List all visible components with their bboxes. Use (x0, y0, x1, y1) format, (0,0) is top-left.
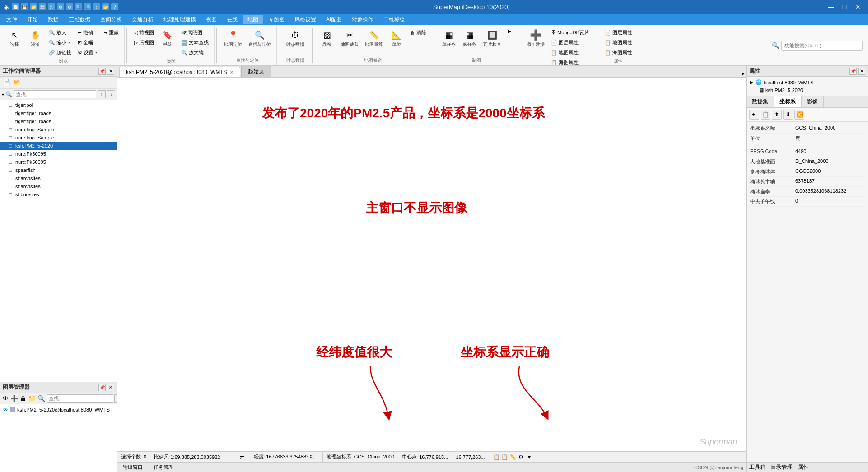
tab-scroll-button[interactable]: ▾ (742, 71, 744, 77)
layer-scroll-up[interactable]: ↑ (114, 394, 117, 403)
prop-tab-image[interactable]: 影像 (802, 96, 824, 107)
tb-zoomout-icon[interactable]: ⊖ (66, 3, 73, 10)
task-manager-tab[interactable]: 任务管理 (151, 463, 176, 472)
sort-desc-button[interactable]: ↓ (107, 90, 115, 98)
prop-copy-button[interactable]: 📋 (761, 110, 770, 120)
tree-item-sf-archsites-2[interactable]: □ sf:archsites (0, 182, 117, 190)
tab-close-active[interactable]: ✕ (230, 70, 233, 75)
prop-tab-crs[interactable]: 坐标系 (774, 96, 802, 107)
menu-view[interactable]: 视图 (201, 15, 221, 24)
map-attr-button[interactable]: 📋 地图属性 (602, 38, 635, 47)
layer-search-input[interactable] (47, 394, 113, 403)
catalog-tab[interactable]: 目录管理 (768, 463, 795, 472)
tab-map-ksh[interactable]: ksh:PM2_5-2020@localhost:8080_WMTS ✕ (119, 67, 240, 77)
layer-manager-pin-button[interactable]: 📌 (98, 384, 106, 391)
menu-data[interactable]: 数据 (43, 15, 63, 24)
redo-button[interactable]: ↪ 重做 (101, 28, 121, 37)
status-copy-icon[interactable]: 📋 (493, 453, 501, 461)
zoom-in-button[interactable]: 🔍 放大 (46, 28, 74, 37)
tab-start[interactable]: 起始页 (241, 66, 271, 77)
hyperlink-button[interactable]: 🔗 超链接 (46, 48, 74, 57)
menu-style[interactable]: 风格设置 (290, 15, 321, 24)
add-data-button[interactable]: ➕ 添加数据 (524, 27, 547, 50)
status-scale-input[interactable] (170, 454, 238, 460)
prop-tab-dataset[interactable]: 数据集 (747, 96, 774, 107)
menu-ai[interactable]: AI配图 (322, 15, 346, 24)
select-tool-button[interactable]: ↖ 选择 (5, 27, 24, 50)
sea-attr-button[interactable]: 📋 海图属性 (602, 48, 635, 57)
status-swap-icon[interactable]: ⇄ (238, 453, 246, 461)
menu-2d[interactable]: 二维标绘 (379, 15, 410, 24)
tree-item-nurc-img-1[interactable]: □ nurc:Img_Sample (0, 125, 117, 134)
prop-shuffle-button[interactable]: 🔀 (794, 110, 804, 120)
tile-check-button[interactable]: 🔲 瓦片检查 (481, 27, 504, 50)
layer-tb-icon1[interactable]: 👁 (2, 394, 9, 403)
menu-geoprocess[interactable]: 地理处理建模 (159, 15, 201, 24)
text-find-button[interactable]: 🔤 文本查找 (178, 38, 211, 47)
map-canvas[interactable]: 发布了2020年的PM2.5产品，坐标系是2000坐标系 主窗口不显示图像 经纬… (117, 78, 746, 451)
right-panel-pin-button[interactable]: 📌 (849, 68, 857, 75)
layer-props-button[interactable]: 📄 图层属性 (548, 38, 592, 47)
menu-spatial[interactable]: 空间分析 (96, 15, 126, 24)
tree-item-nurc-pk-2[interactable]: □ nurc:Pk50095 (0, 158, 117, 166)
menu-file[interactable]: 文件 (2, 15, 22, 24)
tb-zoomto-icon[interactable]: 🔎 (84, 3, 91, 10)
menu-map[interactable]: 地图 (243, 15, 263, 24)
sea-props-button[interactable]: 📋 海图属性 (548, 58, 592, 66)
ribbon-search-input[interactable] (781, 41, 863, 51)
next-view-button[interactable]: ▷ 后视图 (131, 38, 157, 47)
menu-online[interactable]: 在线 (222, 15, 242, 24)
temporal-button[interactable]: ⏱ 时态数据 (284, 27, 307, 50)
status-settings-icon[interactable]: ⚙ (517, 453, 525, 461)
layer-tb-add-icon[interactable]: ➕ (10, 394, 19, 403)
tree-item-sf-buosites[interactable]: □ sf:buosites (0, 190, 117, 199)
tb-save-icon[interactable]: 💾 (21, 3, 28, 10)
overview-button[interactable]: 🗺 鹰眼图 (178, 28, 211, 37)
status-copy2-icon[interactable]: 📋 (501, 453, 509, 461)
tree-item-nurc-pk-1[interactable]: □ nurc:Pk50095 (0, 150, 117, 158)
prop-add-button[interactable]: +· (749, 110, 759, 120)
sort-asc-button[interactable]: ↑ (98, 90, 106, 98)
map-clip-button[interactable]: ✂ 地图裁剪 (338, 27, 361, 50)
ws-new-icon[interactable]: 📄 (2, 78, 11, 87)
output-window-tab[interactable]: 输出窗口 (120, 463, 145, 472)
tree-item-spearfish[interactable]: □ spearfish (0, 166, 117, 174)
map-measure-button[interactable]: 📏 地图量算 (362, 27, 386, 50)
prop-tree-layer[interactable]: ▦ ksh:PM2_5-2020 (748, 86, 866, 94)
minimize-button[interactable]: — (825, 2, 837, 12)
tb-search-icon[interactable]: 🔍 (75, 3, 82, 10)
menu-thematic[interactable]: 专题图 (264, 15, 289, 24)
layer-tb-group-icon[interactable]: 📁 (28, 394, 36, 403)
ribbon-search-box[interactable]: 🔍 (772, 26, 866, 65)
layer-tb-find-icon[interactable]: 🔍 (37, 394, 46, 403)
clear-button[interactable]: 🗑 清除 (407, 28, 429, 37)
prop-tree-server[interactable]: ▶ 🌐 localhost:8080_WMTS (748, 79, 866, 86)
tb-open-icon[interactable]: 📁 (30, 3, 37, 10)
attr-tab[interactable]: 属性 (795, 463, 812, 472)
layer-visible-icon[interactable]: 👁 (3, 407, 8, 413)
undo-button[interactable]: ↩ 撤销 (75, 28, 100, 37)
maximize-button[interactable]: □ (838, 2, 851, 12)
tb-undo-icon[interactable]: 🔙 (39, 3, 46, 10)
close-button[interactable]: ✕ (852, 2, 864, 12)
magnifier-button[interactable]: 🔍 放大镜 (178, 48, 211, 57)
settings-button[interactable]: ⚙ 设置▾ (75, 48, 100, 57)
tb-zoomin-icon[interactable]: ⊕ (57, 3, 64, 10)
map-locate-button[interactable]: 📍 地图定位 (221, 27, 245, 50)
find-locate-button[interactable]: 🔍 查找与定位 (246, 27, 274, 50)
layer-item-ksh[interactable]: 👁 ksh:PM2_5-2020@localhost:8080_WMTS (0, 405, 117, 414)
tree-item-nurc-img-2[interactable]: □ nurc:Img_Sample (0, 134, 117, 142)
tb-new-icon[interactable]: 📄 (12, 3, 19, 10)
single-task-button[interactable]: ▦ 单任务 (439, 27, 459, 50)
tree-item-tiger-poi[interactable]: □ tiger:poi (0, 101, 117, 109)
map-props-button[interactable]: 📋 地图属性 (548, 48, 592, 57)
map-scroll-button[interactable]: ▨ 卷帘 (317, 27, 337, 50)
layer-manager-close-button[interactable]: ✕ (107, 384, 114, 391)
prev-view-button[interactable]: ◁ 前视图 (131, 28, 157, 37)
menu-3d[interactable]: 三维数据 (64, 15, 95, 24)
more-button[interactable]: ▶ (505, 27, 514, 36)
unit-button[interactable]: 📐 单位 (387, 27, 406, 50)
mongodb-button[interactable]: 🗄 MongoDB瓦片 (548, 28, 592, 37)
pan-tool-button[interactable]: ✋ 漫游 (25, 27, 45, 50)
layer-tb-del-icon[interactable]: 🗑 (19, 394, 27, 403)
